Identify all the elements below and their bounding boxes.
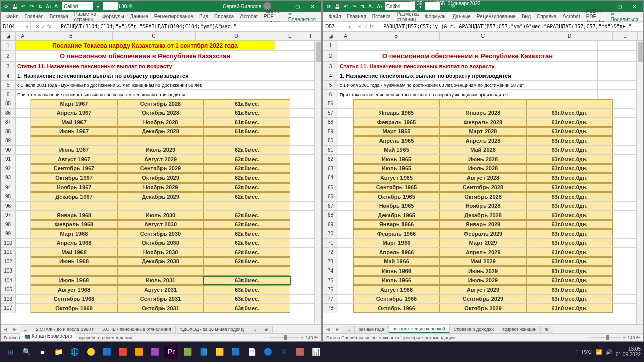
- data-cell[interactable]: 63г.0мес.0дн.: [526, 118, 613, 127]
- sheet-tab[interactable]: 3.ОПВ - пенсионные отчисления: [98, 326, 176, 333]
- wifi-icon[interactable]: 📶: [596, 349, 602, 355]
- row-header[interactable]: 58: [323, 118, 338, 127]
- grid-right[interactable]: ◢ABCDE 12О пенсионном обеспечении в Респ…: [323, 32, 643, 324]
- data-cell[interactable]: Сентябрь 1967: [31, 164, 117, 173]
- data-cell[interactable]: Сентябрь 2029: [440, 295, 526, 304]
- row-header[interactable]: 69: [323, 220, 338, 229]
- sheet-tab[interactable]: 4.ДОХОД - за 36 м-цев подряд: [176, 326, 248, 333]
- ribbon-tab[interactable]: Вид: [197, 13, 211, 20]
- data-cell[interactable]: [440, 99, 526, 108]
- app-icon[interactable]: 🟥: [116, 345, 130, 359]
- column-header[interactable]: D: [196, 32, 278, 40]
- row-header[interactable]: 103: [1, 266, 16, 276]
- data-cell[interactable]: Январь 1965: [353, 109, 440, 118]
- sheet-tab[interactable]: возраст женщин: [498, 326, 541, 333]
- data-cell[interactable]: 62г.0мес.: [204, 192, 290, 201]
- row-header[interactable]: 61: [323, 146, 338, 155]
- data-cell[interactable]: 63г.0мес.0дн.: [526, 164, 613, 173]
- row-header[interactable]: 101: [1, 248, 16, 257]
- data-cell[interactable]: Июнь 2028: [440, 155, 526, 164]
- data-cell[interactable]: Август 1965: [353, 173, 440, 183]
- data-cell[interactable]: 62г.6мес.: [204, 239, 290, 248]
- row-header[interactable]: 92: [1, 164, 16, 173]
- enter-icon[interactable]: ✓: [364, 24, 368, 29]
- data-cell[interactable]: 63г.0мес.0дн.: [526, 257, 613, 266]
- row-header[interactable]: 107: [1, 304, 16, 313]
- data-cell[interactable]: 63г.0мес.: [204, 285, 290, 294]
- app-icon[interactable]: 🔵: [261, 345, 275, 359]
- data-cell[interactable]: [31, 136, 117, 145]
- column-header[interactable]: A: [338, 32, 353, 40]
- row-header[interactable]: 2: [1, 51, 16, 61]
- data-cell[interactable]: Декабрь 2029: [117, 192, 204, 201]
- row-header[interactable]: 87: [1, 118, 16, 127]
- row-header[interactable]: 67: [323, 202, 338, 211]
- column-header[interactable]: E: [278, 32, 302, 40]
- data-cell[interactable]: 63г.0мес.0дн.: [526, 183, 613, 192]
- row-header[interactable]: 6: [1, 90, 16, 99]
- data-cell[interactable]: Январь 2028: [440, 109, 526, 118]
- data-cell[interactable]: Июль 1966: [353, 276, 440, 285]
- ribbon-tab[interactable]: Acrobat: [560, 13, 582, 20]
- data-cell[interactable]: 61г.6мес.: [204, 99, 290, 108]
- row-header[interactable]: 104: [1, 276, 16, 285]
- fx-icon[interactable]: fx: [370, 24, 374, 29]
- row-header[interactable]: 95: [1, 192, 16, 201]
- data-cell[interactable]: Август 2029: [440, 285, 526, 294]
- zoom-slider[interactable]: [591, 337, 621, 338]
- search-icon[interactable]: 🔍: [450, 3, 457, 10]
- data-cell[interactable]: Июль 1965: [353, 164, 440, 173]
- row-header[interactable]: 68: [323, 211, 338, 220]
- row-header[interactable]: 3: [1, 62, 16, 71]
- row-header[interactable]: 62: [323, 155, 338, 164]
- data-cell[interactable]: Июнь 1968: [31, 257, 117, 266]
- ribbon-tab[interactable]: Рецензирование: [152, 13, 196, 20]
- data-cell[interactable]: 63г.0мес.0дн.: [526, 229, 613, 238]
- sort-icon[interactable]: ⇅: [37, 3, 44, 10]
- row-header[interactable]: 99: [1, 229, 16, 238]
- row-header[interactable]: 73: [323, 257, 338, 266]
- data-cell[interactable]: Май 1967: [31, 118, 117, 127]
- row-header[interactable]: 4: [323, 71, 338, 80]
- data-cell[interactable]: Июнь 2029: [440, 266, 526, 276]
- data-cell[interactable]: [353, 99, 440, 108]
- task-view-icon[interactable]: ▣: [35, 345, 49, 359]
- row-header[interactable]: 66: [323, 192, 338, 201]
- row-header[interactable]: 5: [323, 81, 338, 89]
- data-cell[interactable]: Октябрь 2028: [440, 192, 526, 201]
- zoom-in-icon[interactable]: +: [301, 335, 303, 340]
- share-button[interactable]: ✏ Поделиться: [608, 10, 641, 23]
- app-icon[interactable]: 🟧: [132, 345, 146, 359]
- header-cell[interactable]: с 1 июля 2001 года - мужчинам по достиже…: [16, 81, 275, 89]
- data-cell[interactable]: Февраль 1965: [353, 118, 440, 127]
- undo-icon[interactable]: ↶: [342, 3, 349, 10]
- data-cell[interactable]: Июль 2030: [117, 211, 204, 220]
- data-cell[interactable]: Октябрь 2031: [117, 304, 204, 313]
- name-box[interactable]: D57▾: [323, 22, 353, 31]
- name-box[interactable]: D104▾: [1, 22, 31, 31]
- data-cell[interactable]: Май 2029: [440, 257, 526, 266]
- data-cell[interactable]: Июль 1967: [31, 146, 117, 155]
- column-header[interactable]: B: [30, 32, 113, 40]
- header-cell[interactable]: Статья 11. Назначение пенсионных выплат …: [16, 62, 275, 71]
- data-cell[interactable]: Июнь 1967: [31, 127, 117, 136]
- redo-icon[interactable]: ↷: [351, 3, 358, 10]
- zoom-out-icon[interactable]: −: [586, 335, 589, 340]
- data-cell[interactable]: Ноябрь 1965: [353, 202, 440, 211]
- select-all-corner[interactable]: ◢: [1, 32, 16, 40]
- column-header[interactable]: D: [526, 32, 613, 40]
- data-cell[interactable]: Август 1967: [31, 155, 117, 164]
- row-header[interactable]: 86: [1, 109, 16, 118]
- row-header[interactable]: 57: [323, 109, 338, 118]
- data-cell[interactable]: Декабрь 2028: [440, 211, 526, 220]
- redo-icon[interactable]: ↷: [28, 3, 35, 10]
- data-cell[interactable]: 63г.0мес.: [204, 276, 290, 285]
- ribbon-tab[interactable]: Разметка страниц: [72, 10, 99, 23]
- data-cell[interactable]: [117, 136, 204, 145]
- select-all-corner[interactable]: ◢: [323, 32, 338, 40]
- column-header[interactable]: B: [353, 32, 440, 40]
- data-cell[interactable]: Март 1968: [31, 229, 117, 238]
- header-cell[interactable]: 1. Назначение пенсионных выплат по возра…: [338, 71, 598, 80]
- row-header[interactable]: 56: [323, 99, 338, 108]
- sheet-tab[interactable]: 2.СТАЖ - до и после 1998 г: [32, 326, 98, 333]
